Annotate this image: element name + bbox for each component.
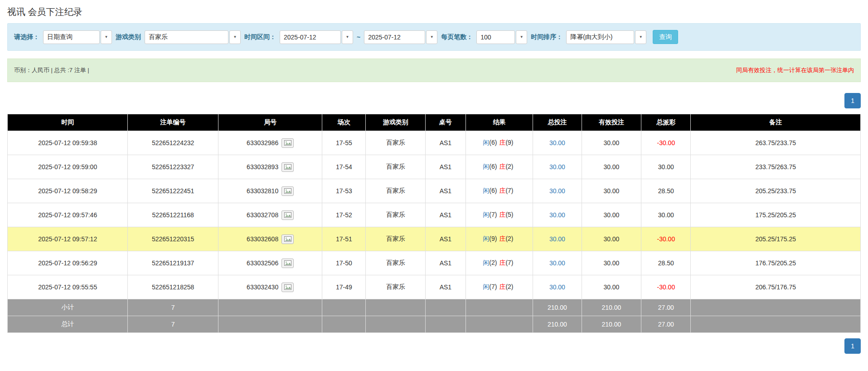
total-bet-link[interactable]: 30.00: [549, 211, 565, 219]
page-1-button[interactable]: 1: [844, 338, 861, 354]
cell-valid-bet: 30.00: [582, 251, 641, 275]
cell-valid-bet: 30.00: [582, 275, 641, 299]
cell-time: 2025-07-12 09:59:38: [8, 131, 128, 155]
game-type-input[interactable]: [145, 30, 228, 44]
total-bet-link[interactable]: 30.00: [549, 163, 565, 171]
view-cards-icon[interactable]: [281, 259, 294, 268]
cell-session: 17-54: [322, 155, 366, 179]
date-to-combobox: ▼: [364, 30, 437, 44]
query-button[interactable]: 查询: [653, 30, 678, 44]
cell-remark: 205.25/175.25: [691, 227, 861, 251]
date-to-dropdown-button[interactable]: ▼: [426, 30, 437, 44]
table-body: 2025-07-12 09:59:38 522651224232 6330329…: [8, 131, 861, 299]
cell-game-type: 百家乐: [366, 179, 426, 203]
cell-table-no: AS1: [426, 227, 466, 251]
total-valid-bet: 210.00: [582, 316, 641, 333]
cell-valid-bet: 30.00: [582, 227, 641, 251]
column-header: 结果: [466, 114, 533, 131]
date-to-input[interactable]: [364, 30, 425, 44]
cell-bet-id: 522651219137: [128, 251, 218, 275]
table-row: 2025-07-12 09:57:12 522651220315 6330326…: [8, 227, 861, 251]
total-bet-link[interactable]: 30.00: [549, 139, 565, 146]
page-1-button[interactable]: 1: [844, 93, 861, 108]
cell-result: 闲(9)庄(2): [466, 227, 533, 251]
page: 视讯 会员下注纪录 请选择： ▼ 游戏类别 ▼ 时间区间： ▼ ~ ▼ 每页笔数…: [0, 0, 868, 363]
cell-table-no: AS1: [426, 251, 466, 275]
date-from-input[interactable]: [280, 30, 341, 44]
table-row: 2025-07-12 09:58:29 522651222451 6330328…: [8, 179, 861, 203]
pagination-bottom: 1: [7, 338, 861, 354]
chevron-down-icon: ▼: [233, 35, 237, 39]
subtotal-count: 7: [128, 299, 218, 316]
currency-total-text: 币别：人民币 | 总共 :7 注单 |: [14, 66, 89, 74]
cell-round-id: 633032893: [218, 155, 322, 179]
cell-game-type: 百家乐: [366, 275, 426, 299]
cell-result: 闲(6)庄(2): [466, 155, 533, 179]
chevron-down-icon: ▼: [430, 35, 434, 39]
pagination-top: 1: [7, 93, 861, 108]
cell-bet-id: 522651222451: [128, 179, 218, 203]
chevron-down-icon: ▼: [105, 35, 108, 39]
cell-payout: -30.00: [641, 275, 691, 299]
cell-total-bet: 30.00: [533, 155, 582, 179]
date-from-combobox: ▼: [280, 30, 353, 44]
table-row: 2025-07-12 09:59:00 522651223327 6330328…: [8, 155, 861, 179]
total-bet-link[interactable]: 30.00: [549, 235, 565, 243]
cell-remark: 233.75/263.75: [691, 155, 861, 179]
game-type-dropdown-button[interactable]: ▼: [229, 30, 241, 44]
cell-time: 2025-07-12 09:59:00: [8, 155, 128, 179]
cell-game-type: 百家乐: [366, 131, 426, 155]
cell-table-no: AS1: [426, 275, 466, 299]
sort-input[interactable]: [566, 30, 634, 44]
subtotal-row: 小计 7 210.00 210.00 27.00: [8, 299, 861, 316]
query-type-dropdown-button[interactable]: ▼: [101, 30, 112, 44]
column-header: 备注: [691, 114, 861, 131]
cell-bet-id: 522651220315: [128, 227, 218, 251]
cell-valid-bet: 30.00: [582, 179, 641, 203]
view-cards-icon[interactable]: [281, 234, 294, 244]
cell-table-no: AS1: [426, 131, 466, 155]
total-bet-link[interactable]: 30.00: [549, 283, 565, 291]
column-header: 时间: [8, 114, 128, 131]
view-cards-icon[interactable]: [281, 162, 294, 172]
column-header: 注单编号: [128, 114, 218, 131]
cell-bet-id: 522651218258: [128, 275, 218, 299]
column-header: 桌号: [426, 114, 466, 131]
cell-payout: -30.00: [641, 131, 691, 155]
table-row: 2025-07-12 09:56:29 522651219137 6330325…: [8, 251, 861, 275]
cell-remark: 176.75/205.25: [691, 251, 861, 275]
cell-payout: 30.00: [641, 155, 691, 179]
page-size-combobox: ▼: [476, 30, 527, 44]
query-type-input[interactable]: [43, 30, 100, 44]
date-from-dropdown-button[interactable]: ▼: [342, 30, 353, 44]
view-cards-icon[interactable]: [281, 186, 294, 196]
cell-session: 17-53: [322, 179, 366, 203]
cell-game-type: 百家乐: [366, 155, 426, 179]
cell-round-id: 633032430: [218, 275, 322, 299]
view-cards-icon[interactable]: [281, 138, 294, 148]
cell-round-id: 633032986: [218, 131, 322, 155]
total-bet-link[interactable]: 30.00: [549, 187, 565, 195]
page-size-input[interactable]: [476, 30, 515, 44]
sort-dropdown-button[interactable]: ▼: [635, 30, 646, 44]
cell-table-no: AS1: [426, 203, 466, 227]
view-cards-icon[interactable]: [281, 210, 294, 220]
column-header: 场次: [322, 114, 366, 131]
cell-time: 2025-07-12 09:56:29: [8, 251, 128, 275]
time-range-label: 时间区间：: [244, 33, 276, 41]
cell-remark: 175.25/205.25: [691, 203, 861, 227]
total-bet-link[interactable]: 30.00: [549, 259, 565, 267]
cell-game-type: 百家乐: [366, 251, 426, 275]
page-size-dropdown-button[interactable]: ▼: [516, 30, 527, 44]
cell-session: 17-55: [322, 131, 366, 155]
game-type-label: 游戏类别: [116, 33, 141, 41]
cell-bet-id: 522651224232: [128, 131, 218, 155]
cell-total-bet: 30.00: [533, 179, 582, 203]
cell-payout: 28.50: [641, 251, 691, 275]
chevron-down-icon: ▼: [520, 35, 524, 39]
cell-total-bet: 30.00: [533, 227, 582, 251]
cell-session: 17-52: [322, 203, 366, 227]
column-header: 有效投注: [582, 114, 641, 131]
view-cards-icon[interactable]: [281, 283, 294, 292]
chevron-down-icon: ▼: [346, 35, 349, 39]
